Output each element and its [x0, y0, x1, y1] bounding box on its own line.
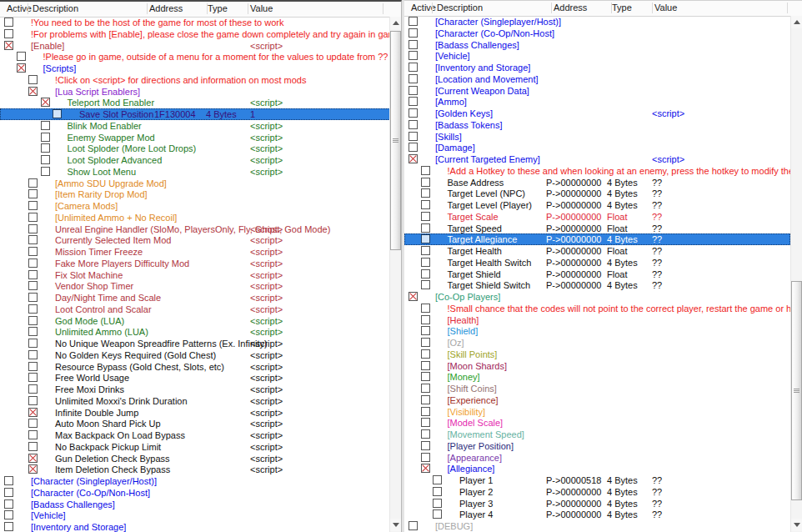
value-cell[interactable]: <script>	[250, 270, 283, 281]
description-cell[interactable]: Item Deletion Check Bypass	[55, 464, 170, 475]
table-row[interactable]: !Click on <script> for directions and in…	[0, 74, 390, 86]
description-cell[interactable]: [Character (Singleplayer/Host)]	[435, 17, 561, 28]
value-cell[interactable]: ??	[652, 200, 662, 211]
column-separator[interactable]	[248, 3, 248, 14]
table-row[interactable]: <script>Unlimited Ammo (LUA)	[0, 326, 390, 338]
active-checkbox[interactable]	[421, 338, 430, 347]
table-row[interactable]: <script>Gun Deletion Check Bypass	[0, 453, 390, 464]
active-checkbox[interactable]	[28, 373, 38, 382]
active-checkbox[interactable]	[17, 52, 26, 61]
description-cell[interactable]: [Scripts]	[43, 63, 77, 74]
value-cell[interactable]: <script>	[250, 464, 283, 475]
active-checkbox[interactable]	[4, 18, 13, 27]
active-checkbox[interactable]	[28, 247, 38, 256]
description-cell[interactable]: !Click on <script> for directions and in…	[55, 75, 306, 86]
description-cell[interactable]: [Player Position]	[448, 441, 514, 452]
active-checkbox[interactable]	[28, 178, 38, 188]
value-cell[interactable]: <script>	[250, 235, 283, 246]
table-row[interactable]: [Badass Challenges]	[0, 499, 390, 510]
description-cell[interactable]: [Moon Shards]	[448, 361, 508, 372]
value-cell[interactable]: <script>	[250, 41, 283, 52]
table-row[interactable]: 1F1300044 Bytes1Save Slot Position	[0, 108, 390, 120]
table-row[interactable]: [Lua Script Enablers]	[0, 86, 390, 98]
table-row[interactable]: [Appearance]	[404, 452, 790, 464]
column-header-value[interactable]: Value	[250, 3, 273, 13]
description-cell[interactable]: Vendor Shop Timer	[55, 281, 133, 292]
description-cell[interactable]: Resource Bypass (Gold Chest, Slots, etc)	[55, 362, 224, 373]
table-row[interactable]: P->000000004 Bytes??Base Address	[404, 177, 790, 188]
description-cell[interactable]: [Health]	[448, 315, 479, 326]
active-checkbox[interactable]	[28, 464, 38, 474]
active-checkbox[interactable]	[28, 430, 38, 439]
type-cell[interactable]: 4 Bytes	[607, 487, 638, 498]
active-checkbox[interactable]	[41, 121, 50, 130]
address-cell[interactable]: P->00000000	[546, 269, 601, 280]
value-cell[interactable]: <script>	[250, 430, 283, 441]
value-cell[interactable]: <script>	[250, 350, 283, 361]
description-cell[interactable]: [Lua Script Enablers]	[55, 87, 140, 98]
description-cell[interactable]: No Unique Weapon Spreadfire Patterns (Ex…	[55, 339, 268, 349]
table-row[interactable]: P->000000004 Bytes??Target Shield Switch	[404, 279, 790, 291]
active-checkbox[interactable]	[28, 316, 38, 325]
column-header-address[interactable]: Address	[149, 3, 183, 13]
active-checkbox[interactable]	[28, 270, 38, 279]
description-cell[interactable]: [Location and Movement]	[435, 74, 539, 85]
scroll-down-button[interactable]	[390, 519, 401, 531]
active-checkbox[interactable]	[4, 499, 13, 509]
active-checkbox[interactable]	[28, 293, 38, 302]
description-cell[interactable]: !Please go in game, outside of a menu fo…	[43, 52, 388, 63]
value-cell[interactable]: <script>	[250, 293, 283, 304]
active-checkbox[interactable]	[421, 372, 430, 381]
table-row[interactable]: [Damage]	[404, 142, 790, 153]
active-checkbox[interactable]	[17, 63, 26, 73]
description-cell[interactable]: Day/Night Time and Scale	[55, 293, 161, 304]
description-cell[interactable]: [Inventory and Storage]	[31, 522, 126, 532]
value-cell[interactable]: <script>	[250, 442, 283, 453]
active-checkbox[interactable]	[4, 488, 13, 497]
table-row[interactable]: <script>Free World Usage	[0, 372, 390, 384]
active-checkbox[interactable]	[421, 326, 430, 335]
address-cell[interactable]: 1F130004	[154, 109, 196, 120]
active-checkbox[interactable]	[409, 108, 418, 118]
table-row[interactable]: [Shift Coins]	[404, 383, 790, 394]
description-cell[interactable]: Teleport Mod Enabler	[68, 98, 155, 108]
description-cell[interactable]: Loot Sploder (More Loot Drops)	[68, 143, 197, 154]
table-row[interactable]: !Add a Hotkey to these and when looking …	[404, 165, 790, 177]
description-cell[interactable]: Loot Sploder Advanced	[68, 155, 163, 166]
table-row[interactable]: !Please go in game, outside of a menu fo…	[0, 51, 390, 63]
table-row[interactable]: <script>Fake More Players Difficulty Mod	[0, 258, 390, 269]
active-checkbox[interactable]	[28, 419, 38, 428]
active-checkbox[interactable]	[28, 396, 38, 405]
active-checkbox[interactable]	[421, 453, 430, 462]
description-cell[interactable]: [Appearance]	[448, 453, 502, 464]
description-cell[interactable]: Player 2	[459, 487, 493, 498]
table-row[interactable]: P->000000004 Bytes??Player 2	[404, 486, 790, 498]
description-cell[interactable]: [Model Scale]	[448, 418, 504, 429]
active-checkbox[interactable]	[4, 29, 13, 38]
description-cell[interactable]: !You need to be the host of the game for…	[31, 18, 284, 28]
table-row[interactable]: <script>Auto Moon Shard Pick Up	[0, 418, 390, 429]
address-cell[interactable]: P->00000000	[546, 188, 601, 199]
value-cell[interactable]: ??	[652, 212, 662, 223]
value-cell[interactable]: <script>	[652, 108, 684, 119]
active-checkbox[interactable]	[421, 280, 430, 289]
table-row[interactable]: <script>Free Moxi Drinks	[0, 384, 390, 395]
description-cell[interactable]: [Ammo]	[435, 97, 467, 108]
active-checkbox[interactable]	[41, 133, 50, 142]
active-checkbox[interactable]	[28, 442, 38, 451]
table-row[interactable]: <script>Mission Timer Freeze	[0, 246, 390, 258]
description-cell[interactable]: [Camera Mods]	[55, 201, 118, 212]
table-row[interactable]: [Allegiance]	[404, 463, 790, 474]
description-cell[interactable]: Max Backpack On Load Bypass	[55, 430, 185, 441]
value-cell[interactable]: <script>	[250, 396, 283, 407]
description-cell[interactable]: [Ammo SDU Upgrade Mod]	[55, 178, 167, 189]
description-cell[interactable]: Loot Control and Scalar	[55, 304, 152, 315]
address-cell[interactable]: P->00000000	[546, 223, 601, 234]
column-header-type[interactable]: Type	[208, 3, 228, 13]
value-cell[interactable]: ??	[652, 223, 662, 234]
address-cell[interactable]: P->00000000	[546, 258, 601, 269]
value-cell[interactable]: <script>	[250, 281, 283, 292]
table-row[interactable]: <script>Enemy Swapper Mod	[0, 132, 390, 143]
address-cell[interactable]: P->00000000	[546, 234, 601, 245]
table-row[interactable]: <script>Currently Selected Item Mod	[0, 234, 390, 246]
